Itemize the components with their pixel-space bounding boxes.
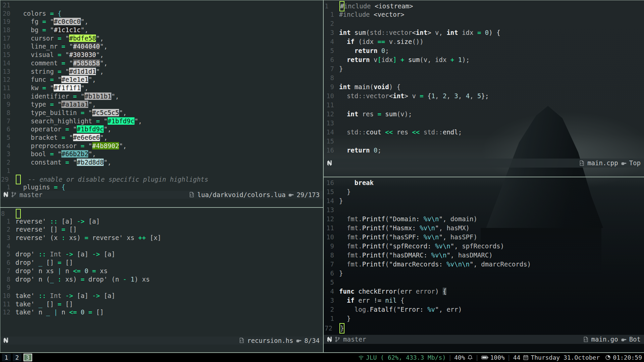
code-token: fmt [347,233,358,241]
line-number: 13 [324,119,334,128]
bell-icon [467,355,473,360]
code-token: n [65,267,73,275]
code-token: (v, idx [420,56,450,63]
clock-status: 01:20:59 [605,354,642,361]
code-token: include [344,2,375,10]
code-token [339,251,347,259]
code-token [339,306,355,313]
code-token: "hasDMARC: [389,251,431,259]
code-line: 11take' _ [] = [] [0,300,323,308]
code-token: if [347,38,358,45]
code-line: 12take' n _ | n <= 0 = [] [0,308,323,316]
code-token: << [412,128,423,136]
code-token: - [123,276,130,283]
code-token: Int [50,292,65,299]
statusline: master lua/darkvoid/colors.lua 29/173 [0,191,323,199]
pane-divider-right-horizontal[interactable] [324,177,644,177]
code-token: ) { [389,83,400,90]
code-token: _ [46,308,50,316]
code-token: #a1a1a1 [61,101,88,108]
code-token: constant [15,159,65,166]
code-line: 4 if (idx == v.size()) [324,37,644,46]
pane-recursion-hs[interactable]: 8 1reverse' :: [a] -> [a]2reverse' [] = … [0,208,323,353]
code-token: v [412,92,420,100]
line-number: 8 [0,209,15,218]
line-number: 11 [0,300,10,308]
neovim-logo-icon [3,337,8,344]
code-token: = [80,109,88,116]
code-line: 8 fmt.Printf("hasDMARC: %v\n", hasDMARC) [324,251,644,260]
code-line: 1 plugins = { [0,183,323,191]
line-number: 3 [324,296,334,305]
code-token: 1 [458,56,462,63]
tmux-window-1[interactable]: 1 [2,354,11,361]
pane-divider-left-horizontal[interactable] [0,207,323,208]
code-token: . [358,233,362,241]
code-token: #1c1c1c [54,26,80,34]
file-name: lua/darkvoid/colors.lua [197,191,285,199]
code-token: ()) [412,38,423,45]
tmux-window-2[interactable]: 2 [13,354,21,361]
pane-colors-lua[interactable]: 2120 colors = {19 fg = "#c0c0c0",18 bg =… [0,0,323,207]
code-token: = [42,18,50,25]
code-token: std [347,128,358,136]
pane-main-go[interactable]: 16 break15 }14}1312 fmt.Printf("Domain: … [324,177,644,353]
code-token: }; [481,92,489,100]
line-number: 21 [0,1,10,9]
code-token: vector [366,92,389,100]
code-token: . [358,215,362,223]
pane-main-cpp[interactable]: 1#include <iostream>1#include <vector>23… [324,0,644,177]
code-token: <vector> [374,11,405,18]
code-token: = [85,234,92,241]
code-token: %v\n [431,251,447,259]
code-token: #d1d1d1 [69,68,96,75]
code-line: 7} [324,64,644,73]
line-number: 2 [0,225,10,234]
code-line: 20 colors = { [0,9,323,18]
code-token: -> [65,292,77,299]
code-token: ; [458,128,462,136]
line-number: 16 [324,146,334,155]
code-token: " [439,233,442,241]
line-number: 6 [0,258,10,267]
line-number: 7 [324,260,334,269]
code-token: ( [385,242,389,250]
code-token: cursor [15,35,58,42]
code-token: " [88,142,92,149]
code-token: v [374,56,377,63]
code-token: , err) [439,306,462,313]
tmux-window-3-active[interactable]: 3 [23,354,32,361]
separator: | [448,354,452,361]
line-number: 14 [324,128,334,137]
code-line: 10 fmt.Printf("hasSPF: %v\n", hasSPF) [324,233,644,242]
code-token: , [435,92,443,100]
statusline: master main.go Bot [324,335,644,344]
code-token: . [358,260,362,268]
line-number: 8 [324,73,334,82]
code-token: 0 [485,29,489,36]
git-branch-icon [11,192,17,197]
code-token: . [358,251,362,259]
code-token: = [42,26,50,34]
line-number: 7 [0,267,10,275]
code-line: 16 return 0; [324,146,644,155]
code-token: ", [88,76,96,83]
line-number: 12 [0,308,10,316]
code-token: res [397,128,412,136]
code-token: type [15,101,50,108]
code-token [339,110,347,118]
code-token: [a] [88,218,100,225]
code-token: > [427,29,435,36]
code-token: [] [42,300,58,308]
code-token: . [366,306,370,313]
code-line: 16 line_nr = "#404040", [0,42,323,51]
code-token: :: [50,218,61,225]
code-token [339,179,355,186]
git-branch-icon [335,337,340,342]
git-branch-label: master [19,191,43,199]
code-token: 0 [381,47,385,54]
border-left [0,0,0,353]
code-token: res [362,110,378,118]
code-token [405,56,408,63]
code-token: xs) [65,276,81,283]
